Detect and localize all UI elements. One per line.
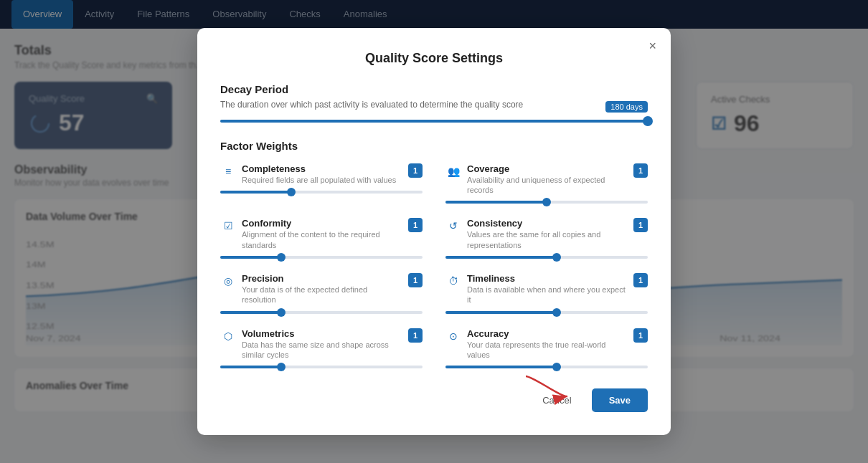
factor-name: Coverage bbox=[467, 163, 628, 174]
factor-badge: 1 bbox=[633, 328, 648, 343]
factor-icon-volumetrics: ⬡ bbox=[220, 328, 236, 344]
factor-badge: 1 bbox=[633, 218, 648, 232]
factor-slider[interactable] bbox=[220, 311, 423, 314]
factor-timeliness: ⏱ Timeliness Data is available when and … bbox=[445, 273, 648, 314]
factor-badge: 1 bbox=[408, 163, 423, 178]
factor-completeness: ≡ Completeness Required fields are all p… bbox=[220, 163, 423, 204]
factor-badge: 1 bbox=[408, 218, 423, 232]
factor-name: Volumetrics bbox=[242, 328, 402, 339]
decay-period-track bbox=[220, 120, 648, 123]
decay-period-badge: 180 days bbox=[605, 101, 648, 113]
factor-name: Consistency bbox=[467, 218, 628, 229]
factor-slider[interactable] bbox=[220, 256, 423, 259]
factor-desc: Your data is of the expected defined res… bbox=[242, 285, 402, 305]
factors-grid: ≡ Completeness Required fields are all p… bbox=[220, 163, 648, 368]
factor-volumetrics: ⬡ Volumetrics Data has the same size and… bbox=[220, 328, 423, 369]
factor-precision: ◎ Precision Your data is of the expected… bbox=[220, 273, 423, 314]
factor-badge: 1 bbox=[408, 328, 423, 343]
decay-period-description: The duration over which past activity is… bbox=[220, 100, 648, 110]
modal-title: Quality Score Settings bbox=[220, 51, 648, 66]
factor-name: Accuracy bbox=[467, 328, 628, 339]
modal-overlay: × Quality Score Settings Decay Period Th… bbox=[0, 0, 868, 426]
factor-name: Precision bbox=[242, 273, 402, 284]
factor-desc: Availability and uniqueness of expected … bbox=[467, 175, 628, 196]
factor-icon-coverage: 👥 bbox=[445, 163, 461, 179]
factor-badge: 1 bbox=[633, 163, 648, 178]
factor-coverage: 👥 Coverage Availability and uniqueness o… bbox=[445, 163, 648, 204]
factor-slider[interactable] bbox=[220, 191, 423, 194]
save-button[interactable]: Save bbox=[592, 388, 648, 412]
factor-consistency: ↺ Consistency Values are the same for al… bbox=[445, 218, 648, 259]
factor-slider[interactable] bbox=[445, 201, 648, 204]
factor-desc: Values are the same for all copies and r… bbox=[467, 229, 628, 250]
cancel-button[interactable]: Cancel bbox=[531, 389, 582, 411]
factor-icon-completeness: ≡ bbox=[220, 163, 236, 179]
factor-name: Conformity bbox=[242, 218, 402, 229]
factor-accuracy: ⊙ Accuracy Your data represents the true… bbox=[445, 328, 648, 369]
factor-icon-conformity: ☑ bbox=[220, 218, 236, 234]
decay-period-fill bbox=[220, 120, 648, 123]
factor-icon-accuracy: ⊙ bbox=[445, 328, 461, 344]
factor-desc: Data is available when and where you exp… bbox=[467, 285, 628, 305]
factor-name: Completeness bbox=[242, 163, 402, 174]
decay-period-thumb[interactable] bbox=[643, 116, 653, 126]
factor-badge: 1 bbox=[408, 273, 423, 287]
factor-icon-timeliness: ⏱ bbox=[445, 273, 461, 289]
factor-desc: Data has the same size and shape across … bbox=[242, 340, 402, 361]
factor-desc: Your data represents the true real-world… bbox=[467, 340, 628, 361]
factor-desc: Required fields are all populated with v… bbox=[242, 175, 402, 185]
factor-desc: Alignment of the content to the required… bbox=[242, 229, 402, 250]
factor-slider[interactable] bbox=[220, 366, 423, 368]
factor-icon-precision: ◎ bbox=[220, 273, 236, 289]
factor-slider[interactable] bbox=[445, 311, 648, 314]
modal-footer: Cancel Save bbox=[220, 388, 648, 412]
factor-slider[interactable] bbox=[445, 366, 648, 368]
decay-period-slider-container: 180 days bbox=[220, 120, 648, 123]
factor-badge: 1 bbox=[633, 273, 648, 287]
close-button[interactable]: × bbox=[648, 39, 656, 52]
factor-weights-label: Factor Weights bbox=[220, 140, 648, 152]
decay-period-label: Decay Period bbox=[220, 83, 648, 95]
factor-icon-consistency: ↺ bbox=[445, 218, 461, 234]
factor-name: Timeliness bbox=[467, 273, 628, 284]
quality-score-settings-modal: × Quality Score Settings Decay Period Th… bbox=[197, 28, 671, 426]
factor-conformity: ☑ Conformity Alignment of the content to… bbox=[220, 218, 423, 259]
factor-slider[interactable] bbox=[445, 256, 648, 259]
factor-weights-section: Factor Weights ≡ Completeness Required f… bbox=[220, 140, 648, 368]
decay-period-section: Decay Period The duration over which pas… bbox=[220, 83, 648, 123]
